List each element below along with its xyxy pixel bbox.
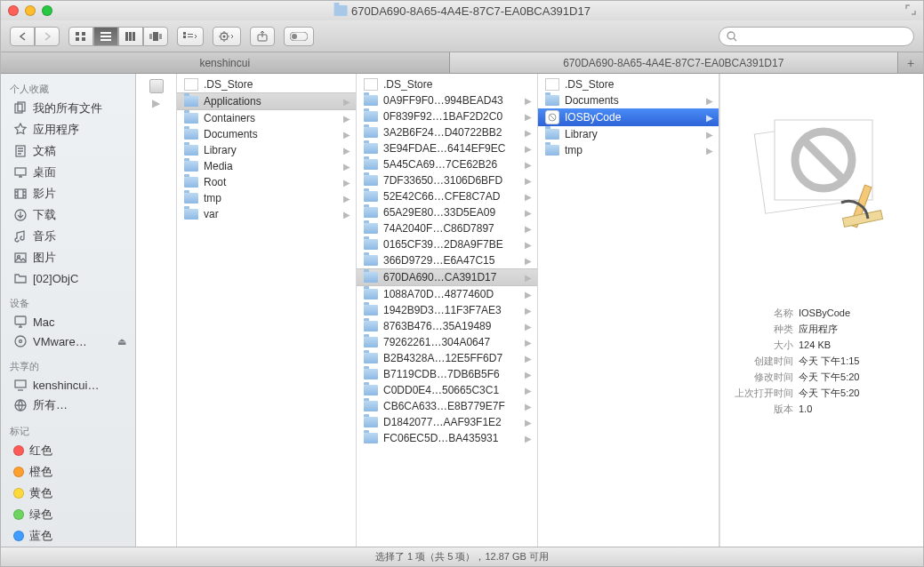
list-item[interactable]: 3E94FDAE…6414EF9EC▶ <box>357 140 537 156</box>
sidebar-item[interactable]: 黄色 <box>1 483 135 504</box>
list-item[interactable]: B2B4328A…12E5FF6D7▶ <box>357 350 537 366</box>
list-item[interactable]: Library▶ <box>177 142 356 158</box>
list-item[interactable]: tmp▶ <box>538 142 719 158</box>
disk-icon[interactable] <box>149 79 164 93</box>
list-item[interactable]: tmp▶ <box>177 190 356 206</box>
search-field[interactable] <box>719 27 914 46</box>
zoom-button[interactable] <box>42 5 52 16</box>
preview-value: 今天 下午5:20 <box>799 369 859 385</box>
tab-current[interactable]: 670DA690-8A65-4A4E-87C7-EA0BCA391D17 <box>450 52 899 73</box>
list-item[interactable]: 670DA690…CA391D17▶ <box>357 268 537 286</box>
item-name: .DS_Store <box>383 78 530 91</box>
sidebar-item[interactable]: 我的所有文件 <box>1 98 135 119</box>
sidebar-item-label: [02]ObjC <box>33 272 78 285</box>
list-item[interactable]: 8763B476…35A19489▶ <box>357 318 537 334</box>
list-item[interactable]: 7DF33650…3106D6BFD▶ <box>357 172 537 188</box>
column-view-button[interactable] <box>118 27 143 46</box>
chevron-right-icon: ▶ <box>525 96 532 106</box>
sidebar-item[interactable]: [02]ObjC <box>1 268 135 288</box>
tab-kenshincui[interactable]: kenshincui <box>1 52 450 73</box>
forward-button[interactable] <box>35 27 60 46</box>
list-item[interactable]: 65A29E80…33D5EA09▶ <box>357 204 537 220</box>
item-name: 3E94FDAE…6414EF9EC <box>383 142 530 155</box>
list-item[interactable]: C0DD0E4…50665C3C1▶ <box>357 382 537 398</box>
list-item[interactable]: Media▶ <box>177 158 356 174</box>
tags-button[interactable] <box>284 27 314 46</box>
list-item[interactable]: Applications▶ <box>177 92 356 110</box>
sidebar-item[interactable]: VMware…⏏ <box>1 331 135 351</box>
list-item[interactable]: 79262261…304A0647▶ <box>357 334 537 350</box>
svg-point-32 <box>15 336 26 347</box>
icon-view-button[interactable] <box>68 27 93 46</box>
preview-label: 修改时间 <box>727 369 799 385</box>
list-item[interactable]: D1842077…AAF93F1E2▶ <box>357 414 537 430</box>
sidebar-item[interactable]: 影片 <box>1 183 135 204</box>
list-item[interactable]: 74A2040F…C86D7897▶ <box>357 220 537 236</box>
sidebar-item[interactable]: Mac <box>1 312 135 331</box>
item-name: 74A2040F…C86D7897 <box>383 222 530 235</box>
fullscreen-icon[interactable] <box>905 4 916 18</box>
list-item[interactable]: var▶ <box>177 206 356 222</box>
sidebar-item[interactable]: 桌面 <box>1 162 135 183</box>
sidebar-item[interactable]: 音乐 <box>1 226 135 247</box>
list-item[interactable]: IOSByCode▶ <box>538 108 719 126</box>
share-button[interactable] <box>250 27 275 46</box>
sidebar-item[interactable]: 图片 <box>1 247 135 268</box>
chevron-right-icon: ▶ <box>525 338 532 347</box>
list-item[interactable]: 0A9FF9F0…994BEAD43▶ <box>357 92 537 108</box>
list-item[interactable]: 366D9729…E6A47C15▶ <box>357 252 537 268</box>
svg-point-22 <box>727 32 735 39</box>
sidebar-item[interactable]: 下载 <box>1 204 135 226</box>
list-item[interactable]: Containers▶ <box>177 110 356 126</box>
chevron-right-icon: ▶ <box>525 434 532 443</box>
list-item[interactable]: B7119CDB…7DB6B5F6▶ <box>357 366 537 382</box>
list-item[interactable]: .DS_Store <box>177 76 356 92</box>
list-item[interactable]: .DS_Store <box>357 76 537 92</box>
close-button[interactable] <box>8 5 19 16</box>
arrange-button[interactable] <box>177 27 204 46</box>
sidebar-item-label: 我的所有文件 <box>33 100 102 116</box>
new-tab-button[interactable]: + <box>898 52 923 73</box>
sidebar-item[interactable]: 红色 <box>1 440 135 461</box>
list-item[interactable]: 0F839F92…1BAF2D2C0▶ <box>357 108 537 124</box>
list-item[interactable]: 3A2B6F24…D40722BB2▶ <box>357 124 537 140</box>
eject-icon[interactable]: ⏏ <box>117 336 126 347</box>
preview-label: 名称 <box>727 305 799 321</box>
network-icon <box>13 398 28 412</box>
action-button[interactable] <box>213 27 241 46</box>
list-item[interactable]: 5A45CA69…7CE62B26▶ <box>357 156 537 172</box>
list-item[interactable]: Documents▶ <box>177 126 356 142</box>
sidebar-item[interactable]: 文稿 <box>1 140 135 162</box>
list-item[interactable]: CB6CA633…E8B779E7F▶ <box>357 398 537 414</box>
list-view-button[interactable] <box>93 27 118 46</box>
sidebar-item[interactable]: 所有… <box>1 395 135 416</box>
list-item[interactable]: 1942B9D3…11F3F7AE3▶ <box>357 302 537 318</box>
sidebar-item[interactable]: 蓝色 <box>1 525 135 547</box>
sidebar-item[interactable]: 橙色 <box>1 461 135 483</box>
coverflow-view-button[interactable] <box>143 27 168 46</box>
content-area: 个人收藏 我的所有文件应用程序文稿桌面影片下载音乐图片[02]ObjC 设备 M… <box>1 74 923 547</box>
back-button[interactable] <box>10 27 35 46</box>
sidebar-item[interactable]: 绿色 <box>1 504 135 525</box>
file-icon <box>545 78 559 91</box>
list-item[interactable]: Library▶ <box>538 126 719 142</box>
sidebar-item-label: 影片 <box>33 186 56 202</box>
minimize-button[interactable] <box>25 5 36 16</box>
item-name: 0165CF39…2D8A9F7BE <box>383 238 530 251</box>
list-item[interactable]: 52E42C66…CFE8C7AD▶ <box>357 188 537 204</box>
column-2: .DS_Store0A9FF9F0…994BEAD43▶0F839F92…1BA… <box>357 74 538 547</box>
list-item[interactable]: Documents▶ <box>538 92 719 108</box>
preview-info-row: 上次打开时间今天 下午5:20 <box>727 385 910 401</box>
preview-info-row: 版本1.0 <box>727 401 910 417</box>
svg-rect-16 <box>188 36 193 37</box>
tab-label: kenshincui <box>199 57 250 69</box>
folder-icon <box>13 271 28 285</box>
sidebar-item[interactable]: 应用程序 <box>1 119 135 140</box>
list-item[interactable]: .DS_Store <box>538 76 719 92</box>
list-item[interactable]: 0165CF39…2D8A9F7BE▶ <box>357 236 537 252</box>
folder-icon <box>364 223 378 234</box>
list-item[interactable]: Root▶ <box>177 174 356 190</box>
list-item[interactable]: FC06EC5D…BA435931▶ <box>357 430 537 446</box>
sidebar-item[interactable]: kenshincui… <box>1 375 135 395</box>
list-item[interactable]: 1088A70D…4877460D▶ <box>357 286 537 302</box>
